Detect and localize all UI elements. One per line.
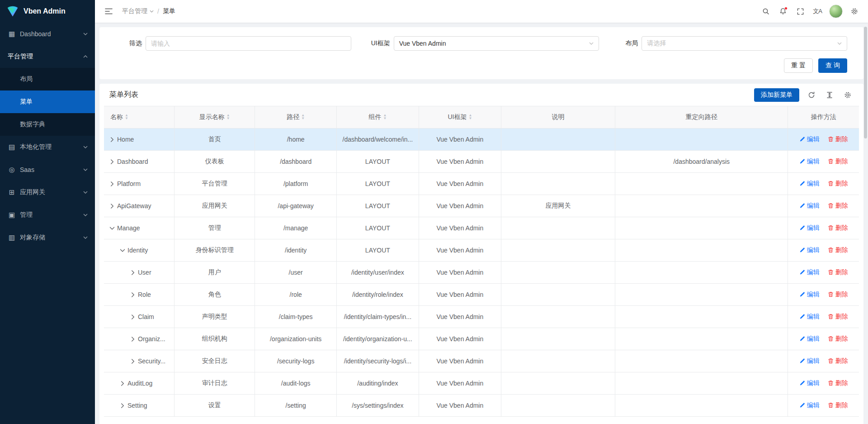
delete-button[interactable]: 删除 xyxy=(828,401,848,410)
reset-button[interactable]: 重 置 xyxy=(784,58,813,73)
delete-button[interactable]: 删除 xyxy=(828,335,848,343)
keyword-input[interactable] xyxy=(146,36,351,51)
expand-row-icon[interactable] xyxy=(110,137,114,142)
table-row[interactable]: Identity 身份标识管理 /identity LAYOUT Vue Vbe… xyxy=(104,239,859,262)
delete-button[interactable]: 删除 xyxy=(828,268,848,276)
sidebar-subitem-layout[interactable]: 布局 xyxy=(0,68,95,91)
table-row[interactable]: Security... 安全日志 /security-logs /identit… xyxy=(104,350,859,372)
settings-gear-icon[interactable] xyxy=(847,4,862,19)
table-row[interactable]: Organiz... 组织机构 /organization-units /ide… xyxy=(104,328,859,350)
edit-button[interactable]: 编辑 xyxy=(799,157,820,166)
delete-button[interactable]: 删除 xyxy=(828,313,848,321)
column-header[interactable]: 显示名称▲▼ xyxy=(174,106,255,129)
sort-icon[interactable]: ▲▼ xyxy=(383,114,387,120)
add-menu-button[interactable]: 添加新菜单 xyxy=(754,88,799,102)
row-height-icon[interactable] xyxy=(824,89,835,101)
edit-button[interactable]: 编辑 xyxy=(799,224,820,232)
vertical-scrollbar-thumb[interactable] xyxy=(864,27,867,138)
expand-row-icon[interactable] xyxy=(110,204,114,209)
delete-button[interactable]: 删除 xyxy=(828,180,848,188)
sidebar-subitem-data-dictionary[interactable]: 数据字典 xyxy=(0,113,95,136)
delete-button[interactable]: 删除 xyxy=(828,202,848,210)
table-row[interactable]: Dashboard 仪表板 /dashboard LAYOUT Vue Vben… xyxy=(104,151,859,173)
table-row[interactable]: ApiGateway 应用网关 /api-gateway LAYOUT Vue … xyxy=(104,195,859,217)
delete-button[interactable]: 删除 xyxy=(828,291,848,299)
fullscreen-icon[interactable] xyxy=(793,4,807,19)
translate-icon[interactable]: 文A xyxy=(810,4,825,19)
expand-row-icon[interactable] xyxy=(121,381,124,386)
column-header[interactable]: UI框架▲▼ xyxy=(419,106,501,129)
table-row[interactable]: Home 首页 /home /dashboard/welcome/in... V… xyxy=(104,129,859,151)
table-row[interactable]: Claim 声明类型 /claim-types /identity/claim-… xyxy=(104,306,859,328)
cell-redirect xyxy=(615,195,788,217)
edit-button[interactable]: 编辑 xyxy=(799,291,820,299)
avatar[interactable] xyxy=(829,5,843,18)
breadcrumb-item-menu[interactable]: 菜单 xyxy=(163,7,175,15)
table-settings-gear-icon[interactable] xyxy=(842,89,854,101)
expand-row-icon[interactable] xyxy=(110,159,114,164)
column-header[interactable]: 路径▲▼ xyxy=(255,106,336,129)
cell-redirect: /dashboard/analysis xyxy=(615,151,788,173)
expand-row-icon[interactable] xyxy=(110,181,114,186)
chevron-down-icon xyxy=(83,33,88,35)
cell-component: /identity/security-logs/i... xyxy=(336,350,419,372)
sidebar-item-saas[interactable]: ◎ Saas xyxy=(0,158,95,181)
edit-button[interactable]: 编辑 xyxy=(799,335,820,343)
collapse-sidebar-icon[interactable] xyxy=(101,4,116,19)
expand-row-icon[interactable] xyxy=(131,359,135,364)
edit-button[interactable]: 编辑 xyxy=(799,268,820,276)
edit-button[interactable]: 编辑 xyxy=(799,135,820,143)
edit-button[interactable]: 编辑 xyxy=(799,379,820,387)
sidebar-item-localization[interactable]: ▤ 本地化管理 xyxy=(0,136,95,158)
expand-row-icon[interactable] xyxy=(131,314,135,319)
sidebar-item-object-storage[interactable]: ▥ 对象存储 xyxy=(0,226,95,249)
sidebar-subitem-label: 数据字典 xyxy=(20,120,88,129)
delete-button[interactable]: 删除 xyxy=(828,379,848,387)
delete-button[interactable]: 删除 xyxy=(828,135,848,143)
layout-select[interactable]: 请选择 xyxy=(642,36,847,51)
edit-button[interactable]: 编辑 xyxy=(799,202,820,210)
table-row[interactable]: AuditLog 审计日志 /audit-logs /auditing/inde… xyxy=(104,372,859,395)
expand-row-icon[interactable] xyxy=(131,292,135,297)
expand-row-icon[interactable] xyxy=(131,270,135,275)
delete-button[interactable]: 删除 xyxy=(828,246,848,254)
edit-button[interactable]: 编辑 xyxy=(799,313,820,321)
sidebar-item-app-gateway[interactable]: ⊞ 应用网关 xyxy=(0,181,95,204)
app-logo[interactable]: Vben Admin xyxy=(0,0,95,23)
search-button[interactable]: 查 询 xyxy=(818,58,847,73)
sidebar-item-label: 平台管理 xyxy=(8,52,83,61)
expand-row-icon[interactable] xyxy=(121,248,124,253)
sort-icon[interactable]: ▲▼ xyxy=(468,114,472,120)
table-row[interactable]: Role 角色 /role /identity/role/index Vue V… xyxy=(104,284,859,306)
expand-row-icon[interactable] xyxy=(131,337,135,342)
breadcrumb-item-platform[interactable]: 平台管理 xyxy=(122,7,154,15)
sidebar-subitem-menu[interactable]: 菜单 xyxy=(0,91,95,113)
delete-button[interactable]: 删除 xyxy=(828,224,848,232)
trash-icon xyxy=(828,181,834,186)
expand-row-icon[interactable] xyxy=(110,226,114,231)
ui-framework-select[interactable]: Vue Vben Admin xyxy=(394,36,599,51)
sidebar-item-dashboard[interactable]: ▦ Dashboard xyxy=(0,23,95,45)
table-row[interactable]: Manage 管理 /manage LAYOUT Vue Vben Admin … xyxy=(104,217,859,239)
edit-button[interactable]: 编辑 xyxy=(799,180,820,188)
table-row[interactable]: User 用户 /user /identity/user/index Vue V… xyxy=(104,262,859,284)
delete-button[interactable]: 删除 xyxy=(828,157,848,166)
sidebar-item-platform[interactable]: 平台管理 xyxy=(0,45,95,68)
column-header[interactable]: 组件▲▼ xyxy=(336,106,419,129)
edit-button[interactable]: 编辑 xyxy=(799,357,820,365)
sort-icon[interactable]: ▲▼ xyxy=(125,114,128,120)
column-header[interactable]: 名称▲▼ xyxy=(104,106,174,129)
delete-button[interactable]: 删除 xyxy=(828,357,848,365)
sidebar-item-label: 管理 xyxy=(20,211,83,219)
sort-icon[interactable]: ▲▼ xyxy=(301,114,305,120)
notification-bell-icon[interactable] xyxy=(776,4,790,19)
table-row[interactable]: Setting 设置 /setting /sys/settings/index … xyxy=(104,395,859,417)
edit-button[interactable]: 编辑 xyxy=(799,401,820,410)
sort-icon[interactable]: ▲▼ xyxy=(226,114,230,120)
sidebar-item-manage[interactable]: ▣ 管理 xyxy=(0,204,95,226)
search-icon[interactable] xyxy=(759,4,773,19)
table-row[interactable]: Platform 平台管理 /platform LAYOUT Vue Vben … xyxy=(104,173,859,195)
edit-button[interactable]: 编辑 xyxy=(799,246,820,254)
refresh-icon[interactable] xyxy=(806,89,817,101)
expand-row-icon[interactable] xyxy=(121,403,124,408)
